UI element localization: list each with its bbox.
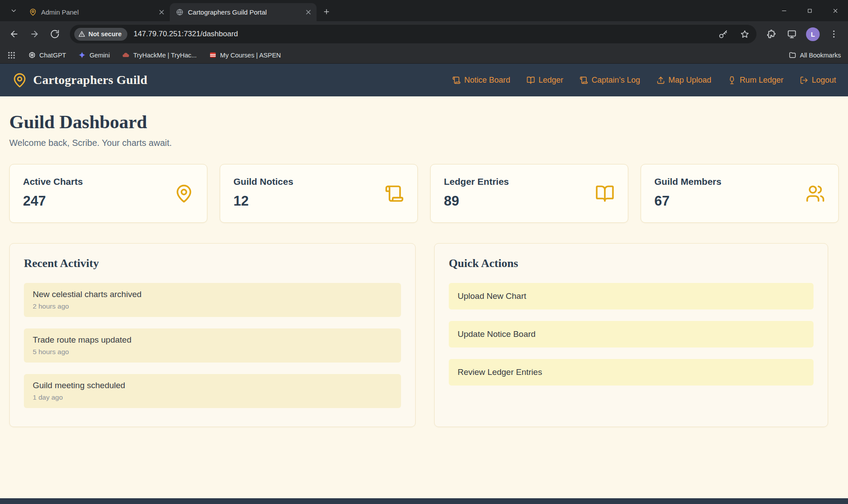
stat-card-ledger-entries: Ledger Entries 89 [430,164,628,223]
tab-title: Admin Panel [41,8,153,16]
main-nav: Notice Board Ledger Captain’s Log Map Up… [452,76,836,85]
new-tab-button[interactable] [320,5,332,18]
stat-label: Active Charts [23,176,194,187]
tab-close-icon[interactable] [305,8,312,16]
nav-captains-log[interactable]: Captain’s Log [580,76,640,85]
profile-avatar[interactable]: L [806,27,820,41]
logout-icon [800,76,808,84]
tab-search-chevron-icon[interactable] [6,3,21,18]
panel-title: Recent Activity [24,257,401,270]
activity-text: Guild meeting scheduled [33,381,392,390]
members-icon [806,184,825,203]
window-controls [771,0,848,21]
stat-value: 12 [233,193,404,209]
tab-close-icon[interactable] [158,8,165,16]
nav-notice-board[interactable]: Notice Board [452,76,510,85]
bookmark-tryhackme[interactable]: TryHackMe | TryHac... [122,51,196,59]
action-upload-new-chart[interactable]: Upload New Chart [449,283,814,309]
gemini-sparkle-icon [78,51,86,59]
url-text: 147.79.70.251:7321/dashboard [134,30,238,38]
tab-title: Cartographers Guild Portal [188,8,300,16]
nav-logout[interactable]: Logout [800,76,836,85]
activity-time: 1 day ago [33,393,392,401]
chatgpt-icon [28,51,36,59]
not-secure-label: Not secure [88,31,122,38]
nav-map-upload[interactable]: Map Upload [657,76,711,85]
stat-value: 67 [654,193,825,209]
page-viewport: Cartographers Guild Notice Board Ledger … [0,64,848,504]
bookmark-aspen[interactable]: My Courses | ASPEN [209,51,281,59]
activity-item: Trade route maps updated 5 hours ago [24,328,401,363]
not-secure-badge[interactable]: Not secure [74,28,127,41]
bookmark-star-icon[interactable] [740,30,749,39]
tab-cartographers-portal[interactable]: Cartographers Guild Portal [170,3,317,21]
bookmark-gemini[interactable]: Gemini [78,51,110,59]
action-update-notice-board[interactable]: Update Notice Board [449,321,814,347]
stat-card-guild-members: Guild Members 67 [641,164,839,223]
folder-icon [789,51,796,59]
bookmarks-bar: ChatGPT Gemini TryHackMe | TryHac... My … [0,47,848,64]
stat-value: 89 [444,193,615,209]
activity-time: 2 hours ago [33,302,392,310]
rum-goblet-icon [728,76,736,84]
dashboard-main: Guild Dashboard Welcome back, Scribe. Yo… [0,96,848,498]
activity-item: New celestial charts archived 2 hours ag… [24,283,401,317]
stat-label: Ledger Entries [444,176,615,187]
aspen-flag-icon [209,51,217,59]
book-open-icon [595,184,615,203]
panel-title: Quick Actions [449,257,814,270]
tab-admin-panel[interactable]: Admin Panel [23,3,170,21]
back-icon[interactable] [5,25,23,43]
stat-value: 247 [23,193,194,209]
brand-title: Cartographers Guild [33,73,147,87]
activity-text: New celestial charts archived [33,290,392,299]
site-header: Cartographers Guild Notice Board Ledger … [0,64,848,96]
upload-icon [657,76,665,84]
apps-grid-icon[interactable] [7,51,16,60]
book-open-icon [527,76,535,84]
recent-activity-panel: Recent Activity New celestial charts arc… [9,243,416,427]
page-title: Guild Dashboard [9,111,839,133]
site-footer [0,498,848,504]
quick-actions-panel: Quick Actions Upload New Chart Update No… [434,243,828,427]
extensions-puzzle-icon[interactable] [763,25,780,43]
reload-icon[interactable] [46,25,64,43]
address-bar[interactable]: Not secure 147.79.70.251:7321/dashboard [70,25,756,43]
bookmark-chatgpt[interactable]: ChatGPT [28,51,66,59]
map-pin-icon [174,184,194,203]
nav-rum-ledger[interactable]: Rum Ledger [728,76,783,85]
welcome-text: Welcome back, Scribe. Your charts await. [9,138,839,148]
password-key-icon[interactable] [718,30,728,39]
menu-kebab-icon[interactable] [825,25,843,43]
browser-toolbar: Not secure 147.79.70.251:7321/dashboard … [0,21,848,47]
stats-row: Active Charts 247 Guild Notices 12 Ledge… [9,164,839,223]
stat-label: Guild Members [654,176,825,187]
forward-icon[interactable] [26,25,43,43]
tab-strip: Admin Panel Cartographers Guild Portal [0,0,848,21]
stat-card-active-charts: Active Charts 247 [9,164,207,223]
scroll-icon [385,184,404,203]
warning-icon [78,31,85,38]
all-bookmarks-button[interactable]: All Bookmarks [789,51,841,59]
activity-time: 5 hours ago [33,348,392,356]
nav-ledger[interactable]: Ledger [527,76,563,85]
panels-row: Recent Activity New celestial charts arc… [9,243,839,427]
stat-label: Guild Notices [233,176,404,187]
action-review-ledger-entries[interactable]: Review Ledger Entries [449,359,814,386]
scroll-icon [580,76,588,84]
scroll-icon [452,76,461,84]
browser-window: Admin Panel Cartographers Guild Portal N… [0,0,848,504]
maximize-button[interactable] [797,0,822,21]
screen-share-icon[interactable] [783,25,801,43]
activity-item: Guild meeting scheduled 1 day ago [24,374,401,408]
minimize-button[interactable] [771,0,797,21]
close-window-button[interactable] [822,0,848,21]
stat-card-guild-notices: Guild Notices 12 [220,164,418,223]
cloud-icon [122,51,130,59]
globe-favicon-icon [176,8,183,16]
map-pin-favicon-icon [29,8,37,16]
activity-text: Trade route maps updated [33,335,392,345]
guild-logo-pin-icon [12,73,27,88]
